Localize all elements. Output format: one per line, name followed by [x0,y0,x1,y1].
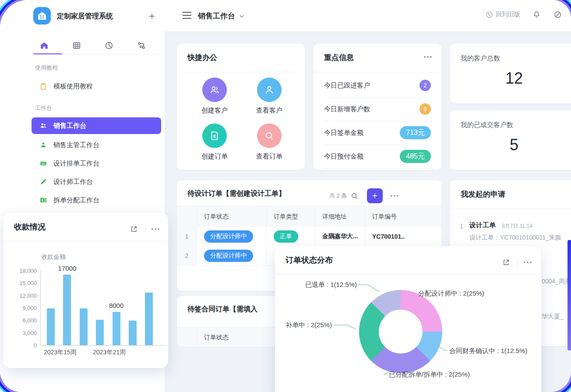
topbar: 销售工作台 回到旧版 [165,0,571,32]
section-label-tutorials: 使用教程 [35,64,58,72]
search-button[interactable] [349,191,359,201]
table-row[interactable]: 1 分配设计师中 正单 金隅嘉华大... YC700101.. [177,227,441,247]
more-options-icon[interactable] [391,195,398,197]
key-info-card: 重点信息 今日已跟进客户 2 今日新增客户数 6 今日签单金额 713元 今日预… [314,44,441,170]
add-workspace-button[interactable] [146,11,158,22]
key-info-row: 今日已跟进客户 2 [324,74,431,98]
donut-hole [379,310,423,353]
request-title: 设计工单 [469,221,496,230]
table-header-row: 订单状态 订单类型 详细地址 订单编号 [177,206,441,228]
sidebar-item-design-scheduling-workbench[interactable]: 设计排单工作台 [32,155,161,172]
pie-chart-icon [104,41,114,50]
bar-chart-plot: 1700080002023年15周2023年21周 [40,271,166,346]
add-record-button[interactable] [367,188,383,203]
search-icon [257,124,282,148]
divider [275,274,541,275]
donut-label-assigning-designer: 分配设计师中 : 2(25%) [418,290,484,298]
type-pill: 正单 [274,230,298,243]
sidebar-header: 定制家居管理系统 [0,0,165,32]
order-status-distribution-card: 订单状态分布 已退单 : 1(12.5%) 分配设计师中 : 2(25%) 补单… [275,246,541,392]
screen: 定制家居管理系统 使用教程 模板使用教程 工作台 销售工作台 销售主管工作台 [0,0,571,392]
payment-status-card: 收款情况 收款金额 18,00015,00012,0009,0006,0003,… [4,213,168,368]
tab-reports[interactable] [93,37,125,54]
more-options-icon[interactable] [524,261,532,263]
y-axis-tick: 15,000 [19,280,37,286]
quick-action-view-order[interactable]: 查看订单 [243,124,296,161]
request-time: 8月7日 11:14 [502,222,532,230]
section-label-workbenches: 工作台 [35,104,52,112]
y-axis-tick: 18,000 [19,268,37,274]
back-to-old-version-button[interactable]: 回到旧版 [486,11,520,18]
y-axis-tick: 9,000 [22,305,37,311]
page-title-dropdown[interactable]: 销售工作台 [198,11,245,21]
bar [96,320,104,345]
expand-button[interactable] [501,258,511,267]
stat-value: 12 [450,69,571,88]
card-title: 快捷办公 [187,53,217,63]
history-icon [486,11,493,18]
more-options-icon[interactable] [152,228,159,230]
donut-chart[interactable] [359,290,442,373]
divider [314,72,441,72]
users-icon [202,78,227,102]
count-badge: 2 [419,80,431,91]
bar-chart-yaxis: 18,00015,00012,0009,0006,0003,0000 [4,271,37,345]
tab-workflow[interactable] [125,37,158,54]
notifications-button[interactable] [532,10,541,19]
expand-button[interactable] [129,224,139,234]
sidebar-item-split-assign-workbench[interactable]: 拆单分配工作台 [32,192,161,208]
quick-action-view-customer[interactable]: 查看客户 [243,78,296,115]
order-status-cell: 分配设计师中 [197,227,267,246]
address-cell: 金隅嘉华大... [315,227,365,246]
sidebar-item-template-tutorial[interactable]: 模板使用教程 [32,78,161,95]
explore-button[interactable] [553,10,562,19]
y-axis-tick: 0 [34,342,37,349]
card-title: 收款情况 [14,222,46,232]
divider [450,208,571,209]
collapse-menu-button[interactable] [182,11,192,19]
tab-apps[interactable] [60,37,93,54]
card-title: 订单状态分布 [286,255,333,265]
chevron-down-icon [239,13,245,19]
key-info-row: 今日预付金额 485元 [324,145,431,169]
back-to-old-label: 回到旧版 [496,11,520,18]
sidebar-item-designer-workbench[interactable]: 设计师工作台 [32,173,161,190]
keyboard-icon [39,159,47,167]
id-card-icon [39,196,47,204]
sidebar-item-sales-manager-workbench[interactable]: 销售主管工作台 [32,137,161,153]
key-info-row: 今日新增客户数 6 [324,97,431,121]
card-actions [129,224,159,234]
quick-action-create-customer[interactable]: 创建客户 [188,78,241,115]
card-title: 重点信息 [324,53,354,63]
user-icon [257,78,282,102]
stat-title: 我的客户总数 [461,54,500,63]
row-number-header [177,206,197,227]
quick-office-card: 快捷办公 创建客户 查看客户 创建订单 查看订单 [177,44,305,170]
user-icon [39,141,47,149]
workflow-icon [137,41,146,50]
tab-home[interactable] [28,37,60,54]
card-actions [501,258,532,267]
order-type-cell: 正单 [267,227,315,246]
quick-action-label: 创建订单 [188,152,241,161]
bar-value-label: 8000 [109,302,123,309]
x-axis-tick: 2023年21周 [93,349,126,357]
topbar-actions: 回到旧版 [486,10,562,19]
bell-icon [532,11,541,19]
quick-action-label: 创建客户 [188,106,241,115]
y-axis-tick: 12,000 [19,293,37,299]
column-header: 详细地址 [315,206,365,227]
clipboard-icon [39,82,47,90]
bar [47,308,55,345]
request-text-fragment: 0004_周秀 [542,278,571,286]
key-info-label: 今日签单金额 [324,129,363,137]
quick-action-create-order[interactable]: 创建订单 [188,124,241,161]
sidebar-item-sales-workbench[interactable]: 销售工作台 [32,117,161,134]
count-badge: 6 [419,103,431,115]
more-options-icon[interactable] [424,56,432,58]
y-axis-tick: 6,000 [22,317,37,324]
grid-icon [72,41,81,50]
donut-label-split-assigned: 已分配拆单/拆单中 : 2(25%) [389,371,470,379]
card-title: 待设计订单【需创建设计工单】 [187,189,286,198]
decorative-edge-bar [567,240,571,350]
